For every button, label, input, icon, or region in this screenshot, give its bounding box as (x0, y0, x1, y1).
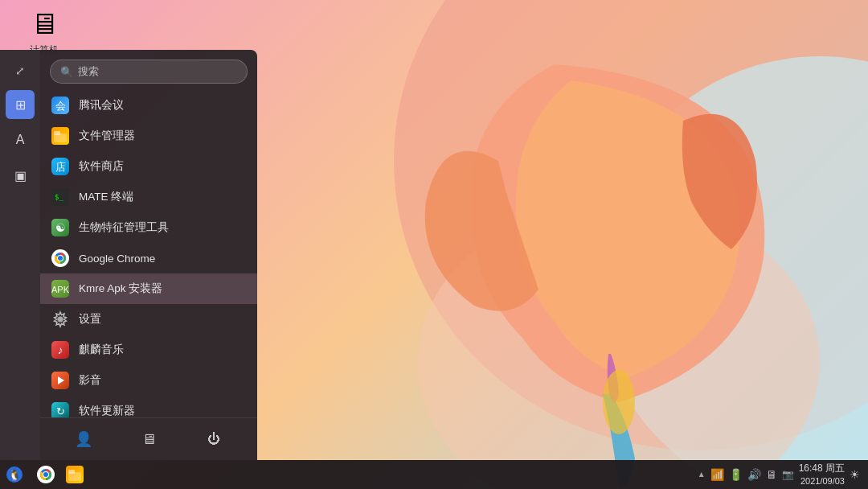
user-button[interactable]: 👤 (71, 426, 96, 452)
desktop: 🖥 计算机 ⤢ ⊞ A ▣ 🔍 搜索 会 (0, 0, 868, 489)
google-chrome-icon (51, 249, 69, 267)
taskbar-apps (29, 461, 88, 488)
tray-brightness-icon: ☀ (850, 468, 860, 481)
menu-item-label: 文件管理器 (79, 129, 135, 143)
taskbar-date: 2021/09/03 (800, 475, 845, 487)
biometric-icon: ☯ (51, 219, 69, 236)
app-store-icon: 店 (51, 158, 69, 175)
music-icon: ♪ (51, 341, 69, 359)
svg-rect-40 (68, 470, 75, 474)
svg-rect-8 (54, 131, 60, 135)
svg-text:APK: APK (51, 285, 69, 294)
menu-items-list: 会 腾讯会议 文件管理器 店 软件商店 (40, 90, 257, 417)
menu-item-kmre[interactable]: APK Kmre Apk 安装器 (40, 273, 257, 304)
menu-item-settings[interactable]: 设置 (40, 304, 257, 335)
menu-item-label: 腾讯会议 (79, 98, 124, 113)
settings-icon (51, 310, 69, 328)
search-bar[interactable]: 🔍 搜索 (50, 60, 248, 84)
svg-point-3 (603, 370, 635, 434)
tencent-meeting-icon: 会 (51, 97, 69, 114)
menu-item-updater[interactable]: ↻ 软件更新器 (40, 396, 257, 417)
start-menu: ⤢ ⊞ A ▣ 🔍 搜索 会 腾讯会议 (0, 50, 257, 460)
menu-item-label: 麒麟音乐 (79, 343, 124, 357)
tray-display-icon: 🖥 (766, 468, 777, 481)
menu-item-music[interactable]: ♪ 麒麟音乐 (40, 335, 257, 365)
menu-item-app-store[interactable]: 店 软件商店 (40, 151, 257, 182)
svg-text:会: 会 (55, 100, 66, 112)
menu-item-label: Kmre Apk 安装器 (79, 281, 162, 296)
search-input[interactable]: 搜索 (78, 64, 237, 79)
svg-point-37 (43, 472, 48, 477)
tray-up-arrow[interactable]: ▲ (698, 470, 706, 479)
expand-btn-container: ⤢ (12, 56, 28, 85)
video-icon (51, 372, 69, 389)
menu-item-mate-terminal[interactable]: $_ MATE 终端 (40, 182, 257, 212)
menu-item-label: Google Chrome (79, 253, 155, 265)
menu-left-panel: 🔍 搜索 会 腾讯会议 文件管理器 (40, 50, 257, 460)
file-manager-icon (51, 127, 69, 145)
menu-item-google-chrome[interactable]: Google Chrome (40, 243, 257, 273)
kmre-icon: APK (51, 280, 69, 298)
screen-view-button[interactable]: ▣ (6, 161, 35, 190)
grid-view-button[interactable]: ⊞ (6, 90, 35, 119)
menu-item-video[interactable]: 影音 (40, 365, 257, 396)
computer-icon: 🖥 (28, 8, 60, 40)
svg-text:$_: $_ (55, 193, 63, 201)
taskbar-clock[interactable]: 16:48 周五 2021/09/03 (799, 462, 845, 487)
menu-right-panel: ⤢ ⊞ A ▣ (0, 50, 40, 460)
svg-text:☯: ☯ (55, 221, 66, 234)
svg-text:♪: ♪ (58, 343, 63, 356)
taskbar-chrome-button[interactable] (32, 461, 59, 488)
svg-point-21 (58, 317, 63, 323)
menu-bottom-bar: 👤 🖥 ⏻ (40, 417, 257, 460)
menu-item-biometric[interactable]: ☯ 生物特征管理工具 (40, 212, 257, 243)
search-icon: 🔍 (60, 66, 73, 78)
start-button[interactable]: 🐧 (0, 460, 29, 489)
taskbar-right-area: ▲ 📶 🔋 🔊 🖥 📷 16:48 周五 2021/09/03 ☀ (698, 462, 868, 487)
taskbar-time: 16:48 周五 (799, 462, 845, 475)
tray-wifi-icon: 📶 (710, 468, 724, 481)
wallpaper-svg (217, 0, 868, 489)
menu-item-label: 软件更新器 (79, 404, 135, 417)
menu-item-label: MATE 终端 (79, 190, 133, 204)
menu-item-label: 软件商店 (79, 159, 124, 174)
tray-screenshot-icon: 📷 (782, 469, 794, 480)
menu-item-label: 设置 (79, 312, 101, 327)
mate-terminal-icon: $_ (51, 188, 69, 206)
menu-item-file-manager[interactable]: 文件管理器 (40, 121, 257, 151)
svg-text:↻: ↻ (56, 405, 65, 417)
taskbar-filemanager-button[interactable] (61, 461, 88, 488)
updater-icon: ↻ (51, 402, 69, 417)
svg-text:店: 店 (55, 161, 66, 173)
svg-point-18 (58, 256, 63, 261)
menu-item-label: 生物特征管理工具 (79, 220, 169, 235)
svg-text:🐧: 🐧 (8, 468, 22, 482)
menu-item-tencent-meeting[interactable]: 会 腾讯会议 (40, 90, 257, 121)
menu-item-label: 影音 (79, 373, 101, 388)
font-view-button[interactable]: A (6, 125, 35, 154)
expand-button[interactable]: ⤢ (12, 61, 28, 80)
power-button[interactable]: ⏻ (201, 426, 227, 452)
display-button[interactable]: 🖥 (136, 426, 162, 452)
tray-volume-icon: 🔊 (747, 468, 761, 481)
tray-battery-icon: 🔋 (729, 468, 743, 481)
taskbar: 🐧 (0, 460, 868, 489)
